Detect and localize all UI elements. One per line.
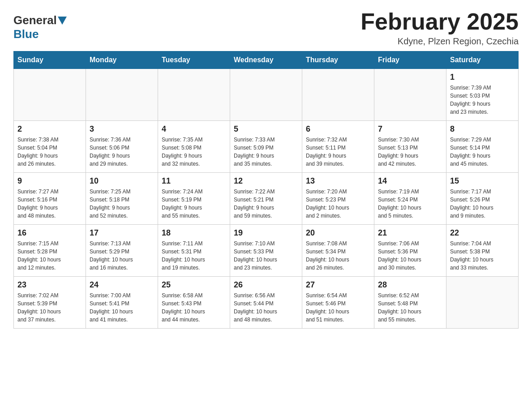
week-row-4: 16Sunrise: 7:15 AMSunset: 5:28 PMDayligh… — [14, 225, 519, 277]
day-info: Sunrise: 7:02 AMSunset: 5:39 PMDaylight:… — [17, 291, 82, 324]
calendar-cell: 16Sunrise: 7:15 AMSunset: 5:28 PMDayligh… — [14, 225, 86, 277]
calendar-cell: 27Sunrise: 6:54 AMSunset: 5:46 PMDayligh… — [302, 277, 374, 329]
month-title: February 2025 — [360, 9, 519, 34]
calendar-cell: 24Sunrise: 7:00 AMSunset: 5:41 PMDayligh… — [86, 277, 158, 329]
calendar-cell: 9Sunrise: 7:27 AMSunset: 5:16 PMDaylight… — [14, 173, 86, 225]
day-info: Sunrise: 7:17 AMSunset: 5:26 PMDaylight:… — [450, 188, 515, 220]
calendar-cell: 28Sunrise: 6:52 AMSunset: 5:48 PMDayligh… — [374, 277, 446, 329]
day-info: Sunrise: 7:04 AMSunset: 5:38 PMDaylight:… — [450, 240, 515, 272]
day-info: Sunrise: 7:29 AMSunset: 5:14 PMDaylight:… — [450, 136, 515, 168]
calendar-cell — [446, 277, 519, 329]
day-number: 19 — [234, 228, 298, 238]
day-number: 12 — [234, 176, 298, 186]
calendar-cell: 6Sunrise: 7:32 AMSunset: 5:11 PMDaylight… — [302, 121, 374, 173]
calendar-cell: 11Sunrise: 7:24 AMSunset: 5:19 PMDayligh… — [158, 173, 230, 225]
day-number: 1 — [450, 73, 515, 82]
calendar-cell: 20Sunrise: 7:08 AMSunset: 5:34 PMDayligh… — [302, 225, 374, 277]
day-info: Sunrise: 7:10 AMSunset: 5:33 PMDaylight:… — [234, 240, 298, 272]
day-info: Sunrise: 7:35 AMSunset: 5:08 PMDaylight:… — [162, 136, 226, 168]
calendar-cell: 5Sunrise: 7:33 AMSunset: 5:09 PMDaylight… — [230, 121, 302, 173]
day-info: Sunrise: 7:20 AMSunset: 5:23 PMDaylight:… — [306, 188, 370, 220]
day-number: 13 — [306, 176, 370, 186]
calendar-cell: 14Sunrise: 7:19 AMSunset: 5:24 PMDayligh… — [374, 173, 446, 225]
day-info: Sunrise: 7:00 AMSunset: 5:41 PMDaylight:… — [90, 291, 154, 324]
day-info: Sunrise: 7:27 AMSunset: 5:16 PMDaylight:… — [17, 188, 82, 220]
calendar-cell: 3Sunrise: 7:36 AMSunset: 5:06 PMDaylight… — [86, 121, 158, 173]
day-info: Sunrise: 7:30 AMSunset: 5:13 PMDaylight:… — [378, 136, 442, 168]
logo-blue-text: Blue — [13, 27, 39, 41]
logo-triangle-icon — [58, 17, 67, 25]
day-info: Sunrise: 7:33 AMSunset: 5:09 PMDaylight:… — [234, 136, 298, 168]
calendar-cell: 15Sunrise: 7:17 AMSunset: 5:26 PMDayligh… — [446, 173, 519, 225]
day-number: 3 — [90, 124, 154, 134]
day-info: Sunrise: 7:06 AMSunset: 5:36 PMDaylight:… — [378, 240, 442, 272]
day-info: Sunrise: 6:54 AMSunset: 5:46 PMDaylight:… — [306, 291, 370, 324]
calendar-cell: 26Sunrise: 6:56 AMSunset: 5:44 PMDayligh… — [230, 277, 302, 329]
calendar-table: Sunday Monday Tuesday Wednesday Thursday… — [13, 51, 519, 329]
day-info: Sunrise: 7:15 AMSunset: 5:28 PMDaylight:… — [17, 240, 82, 272]
calendar-cell: 7Sunrise: 7:30 AMSunset: 5:13 PMDaylight… — [374, 121, 446, 173]
calendar-cell — [230, 69, 302, 121]
day-number: 24 — [90, 280, 154, 290]
day-number: 8 — [450, 124, 515, 134]
calendar-cell — [158, 69, 230, 121]
day-number: 20 — [306, 228, 370, 238]
col-friday: Friday — [374, 51, 446, 69]
calendar-cell: 18Sunrise: 7:11 AMSunset: 5:31 PMDayligh… — [158, 225, 230, 277]
day-info: Sunrise: 7:25 AMSunset: 5:18 PMDaylight:… — [90, 188, 154, 220]
day-number: 14 — [378, 176, 442, 186]
day-number: 10 — [90, 176, 154, 186]
week-row-2: 2Sunrise: 7:38 AMSunset: 5:04 PMDaylight… — [14, 121, 519, 173]
calendar-cell: 10Sunrise: 7:25 AMSunset: 5:18 PMDayligh… — [86, 173, 158, 225]
day-number: 23 — [17, 280, 82, 290]
day-info: Sunrise: 7:22 AMSunset: 5:21 PMDaylight:… — [234, 188, 298, 220]
day-number: 27 — [306, 280, 370, 290]
day-number: 6 — [306, 124, 370, 134]
day-number: 25 — [162, 280, 226, 290]
calendar-cell: 4Sunrise: 7:35 AMSunset: 5:08 PMDaylight… — [158, 121, 230, 173]
day-number: 4 — [162, 124, 226, 134]
logo-general-text: General — [13, 13, 57, 27]
calendar-cell: 12Sunrise: 7:22 AMSunset: 5:21 PMDayligh… — [230, 173, 302, 225]
day-info: Sunrise: 7:24 AMSunset: 5:19 PMDaylight:… — [162, 188, 226, 220]
col-monday: Monday — [86, 51, 158, 69]
day-number: 18 — [162, 228, 226, 238]
calendar-cell: 22Sunrise: 7:04 AMSunset: 5:38 PMDayligh… — [446, 225, 519, 277]
location-subtitle: Kdyne, Plzen Region, Czechia — [360, 36, 519, 47]
title-section: February 2025 Kdyne, Plzen Region, Czech… — [360, 9, 519, 47]
col-wednesday: Wednesday — [230, 51, 302, 69]
calendar-cell: 21Sunrise: 7:06 AMSunset: 5:36 PMDayligh… — [374, 225, 446, 277]
week-row-1: 1Sunrise: 7:39 AMSunset: 5:03 PMDaylight… — [14, 69, 519, 121]
day-number: 5 — [234, 124, 298, 134]
day-info: Sunrise: 7:19 AMSunset: 5:24 PMDaylight:… — [378, 188, 442, 220]
col-tuesday: Tuesday — [158, 51, 230, 69]
page-header: General Blue February 2025 Kdyne, Plzen … — [13, 9, 519, 47]
day-number: 28 — [378, 280, 442, 290]
week-row-5: 23Sunrise: 7:02 AMSunset: 5:39 PMDayligh… — [14, 277, 519, 329]
day-number: 9 — [17, 176, 82, 186]
calendar-cell — [374, 69, 446, 121]
day-info: Sunrise: 6:56 AMSunset: 5:44 PMDaylight:… — [234, 291, 298, 324]
day-number: 22 — [450, 228, 515, 238]
day-number: 7 — [378, 124, 442, 134]
calendar-cell — [86, 69, 158, 121]
col-thursday: Thursday — [302, 51, 374, 69]
day-info: Sunrise: 7:38 AMSunset: 5:04 PMDaylight:… — [17, 136, 82, 168]
calendar-cell — [302, 69, 374, 121]
day-number: 26 — [234, 280, 298, 290]
day-info: Sunrise: 7:32 AMSunset: 5:11 PMDaylight:… — [306, 136, 370, 168]
calendar-cell: 13Sunrise: 7:20 AMSunset: 5:23 PMDayligh… — [302, 173, 374, 225]
calendar-cell: 17Sunrise: 7:13 AMSunset: 5:29 PMDayligh… — [86, 225, 158, 277]
day-info: Sunrise: 6:58 AMSunset: 5:43 PMDaylight:… — [162, 291, 226, 324]
calendar-header-row: Sunday Monday Tuesday Wednesday Thursday… — [14, 51, 519, 69]
logo: General Blue — [13, 9, 68, 41]
day-info: Sunrise: 6:52 AMSunset: 5:48 PMDaylight:… — [378, 291, 442, 324]
calendar-cell: 2Sunrise: 7:38 AMSunset: 5:04 PMDaylight… — [14, 121, 86, 173]
day-info: Sunrise: 7:08 AMSunset: 5:34 PMDaylight:… — [306, 240, 370, 272]
day-info: Sunrise: 7:11 AMSunset: 5:31 PMDaylight:… — [162, 240, 226, 272]
calendar-cell — [14, 69, 86, 121]
day-number: 11 — [162, 176, 226, 186]
day-number: 2 — [17, 124, 82, 134]
day-number: 21 — [378, 228, 442, 238]
calendar-cell: 8Sunrise: 7:29 AMSunset: 5:14 PMDaylight… — [446, 121, 519, 173]
